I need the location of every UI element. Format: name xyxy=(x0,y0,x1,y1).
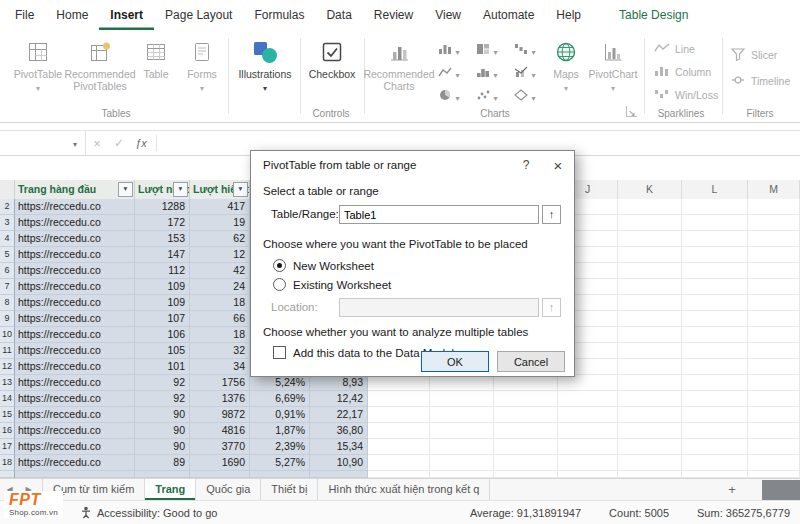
url-cell[interactable]: https://reccedu.co xyxy=(15,215,135,231)
impressions-cell[interactable]: 66 xyxy=(190,311,250,327)
empty-cell[interactable] xyxy=(748,247,800,263)
enter-icon[interactable] xyxy=(108,136,130,150)
empty-cell[interactable] xyxy=(618,455,682,471)
new-worksheet-option[interactable]: New Worksheet xyxy=(273,259,374,272)
pie-donut-chart-button[interactable] xyxy=(432,86,466,106)
empty-cell[interactable] xyxy=(748,343,800,359)
row-number-cell[interactable]: 3 xyxy=(0,215,15,231)
impressions-cell[interactable]: 62 xyxy=(190,231,250,247)
existing-worksheet-option[interactable]: Existing Worksheet xyxy=(273,278,391,291)
scatter-chart-button[interactable] xyxy=(470,86,504,106)
empty-cell[interactable] xyxy=(748,375,800,391)
impressions-cell[interactable]: 417 xyxy=(190,199,250,215)
filter-dropdown-icon[interactable] xyxy=(233,182,248,197)
empty-cell[interactable] xyxy=(368,423,430,439)
clicks-cell[interactable]: 112 xyxy=(135,263,190,279)
clicks-cell[interactable]: 1288 xyxy=(135,199,190,215)
empty-cell[interactable] xyxy=(682,359,748,375)
cancel-button[interactable]: Cancel xyxy=(497,351,565,372)
timeline-button[interactable]: Timeline xyxy=(730,73,790,89)
empty-cell[interactable] xyxy=(682,311,748,327)
clicks-cell[interactable]: 90 xyxy=(135,407,190,423)
row-number-cell[interactable]: 11 xyxy=(0,343,15,359)
empty-cell[interactable] xyxy=(618,423,682,439)
ribbon-tab[interactable]: Formulas xyxy=(243,0,315,30)
empty-cell[interactable] xyxy=(368,375,430,391)
row-number-cell[interactable]: 6 xyxy=(0,263,15,279)
horizontal-scrollbar[interactable] xyxy=(762,480,800,500)
statistic-chart-button[interactable] xyxy=(470,63,504,83)
empty-cell[interactable] xyxy=(748,231,800,247)
ribbon-tab[interactable]: Page Layout xyxy=(154,0,243,30)
empty-cell[interactable] xyxy=(682,295,748,311)
empty-cell[interactable] xyxy=(618,439,682,455)
empty-cell[interactable] xyxy=(682,199,748,215)
empty-cell[interactable] xyxy=(494,455,558,471)
url-cell[interactable]: https://reccedu.co xyxy=(15,311,135,327)
empty-cell[interactable] xyxy=(494,423,558,439)
ribbon-tab[interactable]: File xyxy=(4,0,45,30)
empty-cell[interactable] xyxy=(430,423,494,439)
column-header-k[interactable]: K xyxy=(618,180,682,199)
data-model-checkbox[interactable] xyxy=(273,346,286,359)
hierarchy-chart-button[interactable] xyxy=(470,40,504,60)
empty-cell[interactable] xyxy=(748,279,800,295)
empty-cell[interactable] xyxy=(558,391,618,407)
empty-cell[interactable] xyxy=(618,215,682,231)
empty-cell[interactable] xyxy=(748,359,800,375)
ctr-cell[interactable]: 0,91% xyxy=(250,407,310,423)
maps-button[interactable]: Maps xyxy=(546,34,586,118)
empty-cell[interactable] xyxy=(682,247,748,263)
row-number-cell[interactable]: 8 xyxy=(0,295,15,311)
url-cell[interactable]: https://reccedu.co xyxy=(15,295,135,311)
empty-cell[interactable] xyxy=(618,343,682,359)
empty-cell[interactable] xyxy=(748,199,800,215)
empty-cell[interactable] xyxy=(494,439,558,455)
url-cell[interactable]: https://reccedu.co xyxy=(15,407,135,423)
url-cell[interactable]: https://reccedu.co xyxy=(15,343,135,359)
ctr-cell[interactable]: 5,27% xyxy=(250,455,310,471)
url-cell[interactable]: https://reccedu.co xyxy=(15,279,135,295)
empty-cell[interactable] xyxy=(618,295,682,311)
row-number-cell[interactable]: 13 xyxy=(0,375,15,391)
range-selector-button[interactable] xyxy=(542,205,561,224)
column-header-l[interactable]: L xyxy=(682,180,748,199)
empty-cell[interactable] xyxy=(748,311,800,327)
empty-cell[interactable] xyxy=(618,407,682,423)
name-box[interactable] xyxy=(0,131,86,155)
empty-cell[interactable] xyxy=(494,407,558,423)
row-number-cell[interactable]: 12 xyxy=(0,359,15,375)
empty-cell[interactable] xyxy=(682,215,748,231)
impressions-cell[interactable]: 18 xyxy=(190,327,250,343)
empty-cell[interactable] xyxy=(618,231,682,247)
empty-cell[interactable] xyxy=(682,391,748,407)
cancel-icon[interactable] xyxy=(86,136,108,151)
impressions-cell[interactable]: 42 xyxy=(190,263,250,279)
row-number-cell[interactable]: 5 xyxy=(0,247,15,263)
impressions-cell[interactable]: 32 xyxy=(190,343,250,359)
empty-cell[interactable] xyxy=(558,439,618,455)
empty-cell[interactable] xyxy=(748,455,800,471)
clicks-cell[interactable]: 109 xyxy=(135,279,190,295)
impressions-cell[interactable]: 19 xyxy=(190,215,250,231)
url-cell[interactable]: https://reccedu.co xyxy=(15,391,135,407)
sheet-tab[interactable]: Quốc gia xyxy=(196,479,261,500)
combo-chart-button[interactable] xyxy=(508,63,542,83)
ctr-cell[interactable]: 5,24% xyxy=(250,375,310,391)
impressions-cell[interactable]: 1690 xyxy=(190,455,250,471)
row-number-cell[interactable]: 9 xyxy=(0,311,15,327)
empty-cell[interactable] xyxy=(618,279,682,295)
insert-function-icon[interactable] xyxy=(130,136,152,150)
close-button[interactable] xyxy=(542,151,574,179)
empty-cell[interactable] xyxy=(682,455,748,471)
row-number-cell[interactable]: 7 xyxy=(0,279,15,295)
add-sheet-icon[interactable] xyxy=(724,482,740,497)
charts-dialog-launcher-icon[interactable] xyxy=(626,106,637,117)
checkbox-button[interactable]: Checkbox xyxy=(306,34,358,118)
url-cell[interactable]: https://reccedu.co xyxy=(15,439,135,455)
url-cell[interactable]: https://reccedu.co xyxy=(15,263,135,279)
illustrations-button[interactable]: Illustrations xyxy=(234,34,296,118)
ribbon-tab[interactable]: Home xyxy=(45,0,99,30)
sheet-tab[interactable]: Thiết bị xyxy=(261,479,318,500)
empty-cell[interactable] xyxy=(430,439,494,455)
